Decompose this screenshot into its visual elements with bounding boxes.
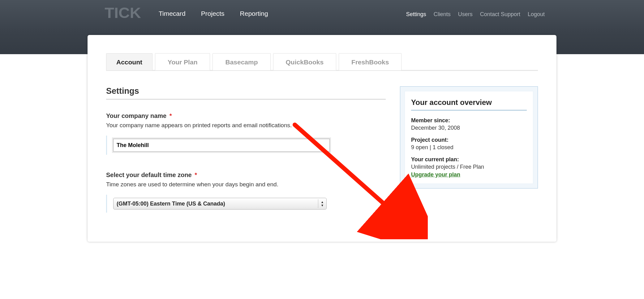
nav-timecard[interactable]: Timecard <box>159 10 186 17</box>
company-name-input[interactable] <box>113 139 330 152</box>
account-overview-box: Your account overview Member since: Dece… <box>400 86 538 188</box>
required-indicator: * <box>195 171 197 178</box>
tab-account[interactable]: Account <box>106 53 152 70</box>
timezone-label: Select your default time zone * <box>106 171 386 179</box>
nav-clients[interactable]: Clients <box>434 11 451 18</box>
upgrade-plan-link[interactable]: Upgrade your plan <box>411 171 460 178</box>
tab-basecamp[interactable]: Basecamp <box>213 53 270 70</box>
company-name-description: Your company name appears on printed rep… <box>106 122 386 129</box>
nav-logout[interactable]: Logout <box>528 11 545 18</box>
nav-projects[interactable]: Projects <box>201 10 225 17</box>
timezone-select-value: (GMT-05:00) Eastern Time (US & Canada) <box>117 201 225 207</box>
settings-tabs: Account Your Plan Basecamp QuickBooks Fr… <box>106 53 538 71</box>
nav-contact-support[interactable]: Contact Support <box>480 11 520 18</box>
tab-quickbooks[interactable]: QuickBooks <box>273 53 337 70</box>
utility-nav: Settings Clients Users Contact Support L… <box>406 6 545 18</box>
overview-project-count: Project count: 9 open | 1 closed <box>411 137 527 151</box>
timezone-field: Select your default time zone * Time zon… <box>106 171 386 213</box>
page-card: Account Your Plan Basecamp QuickBooks Fr… <box>88 35 556 242</box>
company-name-label: Your company name * <box>106 112 386 119</box>
overview-current-plan: Your current plan: Unlimited projects / … <box>411 156 527 170</box>
company-name-label-text: Your company name <box>106 112 166 119</box>
overview-plan-label: Your current plan: <box>411 156 527 163</box>
overview-member-value: December 30, 2008 <box>411 125 460 131</box>
overview-title: Your account overview <box>411 98 527 110</box>
overview-member-since: Member since: December 30, 2008 <box>411 117 527 131</box>
timezone-label-text: Select your default time zone <box>106 171 192 178</box>
required-indicator: * <box>170 112 172 119</box>
overview-member-label: Member since: <box>411 117 527 124</box>
overview-project-label: Project count: <box>411 137 527 143</box>
page-title: Settings <box>106 86 386 99</box>
company-name-field: Your company name * Your company name ap… <box>106 112 386 155</box>
tab-freshbooks[interactable]: FreshBooks <box>339 53 401 70</box>
select-arrows-icon: ▲▼ <box>318 199 324 208</box>
overview-project-value: 9 open | 1 closed <box>411 144 453 150</box>
timezone-select[interactable]: (GMT-05:00) Eastern Time (US & Canada) ▲… <box>113 198 327 210</box>
main-nav: Timecard Projects Reporting <box>159 6 268 17</box>
app-logo: TICK <box>105 6 141 20</box>
nav-reporting[interactable]: Reporting <box>240 10 268 17</box>
timezone-description: Time zones are used to determine when yo… <box>106 181 386 188</box>
overview-plan-value: Unlimited projects / Free Plan <box>411 164 484 170</box>
tab-your-plan[interactable]: Your Plan <box>155 53 210 70</box>
nav-settings[interactable]: Settings <box>406 11 426 18</box>
nav-users[interactable]: Users <box>458 11 473 18</box>
